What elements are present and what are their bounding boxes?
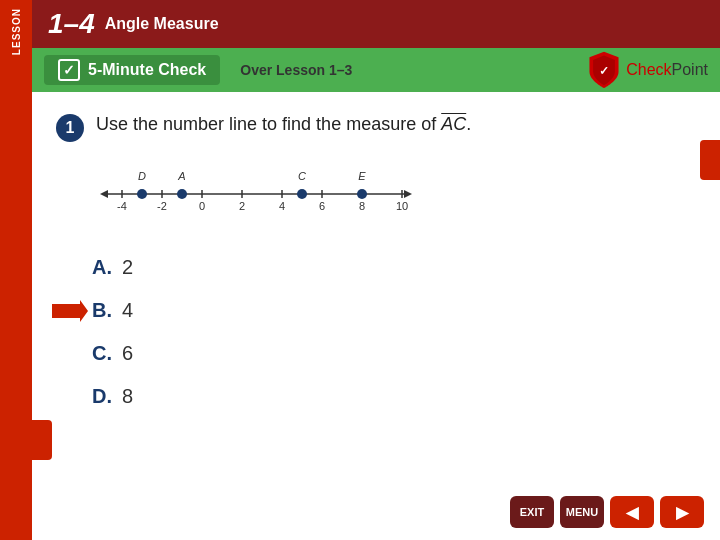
answer-value-b: 4 — [122, 299, 133, 322]
main-content: 1–4 Angle Measure ✓ 5-Minute Check Over … — [32, 0, 720, 540]
header-bar: 1–4 Angle Measure — [32, 0, 720, 48]
answer-letter-a: A. — [92, 256, 122, 279]
question-text-main: Use the number line to find the measure … — [96, 114, 441, 134]
checkbox-icon: ✓ — [58, 59, 80, 81]
answers-area: A. 2 B. 4 C. 6 D. 8 — [32, 236, 720, 428]
svg-text:-4: -4 — [117, 200, 127, 212]
checkpoint-shield-icon: ✓ — [586, 50, 622, 90]
answer-row-d: D. 8 — [92, 375, 660, 418]
answer-letter-d: D. — [92, 385, 122, 408]
lesson-title: Angle Measure — [105, 15, 219, 33]
lesson-label: LESSON — [0, 0, 32, 540]
svg-text:10: 10 — [396, 200, 408, 212]
menu-button[interactable]: MENU — [560, 496, 604, 528]
left-decorative-element — [32, 420, 52, 460]
checkpoint-text: CheckPoint — [626, 61, 708, 79]
svg-text:4: 4 — [279, 200, 285, 212]
svg-point-24 — [297, 189, 307, 199]
svg-text:✓: ✓ — [599, 64, 609, 78]
svg-point-26 — [357, 189, 367, 199]
five-minute-check-bar: ✓ 5-Minute Check Over Lesson 1–3 ✓ Check… — [32, 48, 720, 92]
exit-button[interactable]: EXIT — [510, 496, 554, 528]
svg-text:D: D — [138, 170, 146, 182]
svg-text:6: 6 — [319, 200, 325, 212]
over-lesson-text: Over Lesson 1–3 — [240, 62, 352, 78]
svg-point-22 — [177, 189, 187, 199]
question-area: 1 Use the number line to find the measur… — [32, 92, 720, 236]
left-sidebar: LESSON — [0, 0, 32, 540]
svg-text:C: C — [298, 170, 306, 182]
answer-value-c: 6 — [122, 342, 133, 365]
next-button[interactable]: ▶ — [660, 496, 704, 528]
svg-text:2: 2 — [239, 200, 245, 212]
ac-segment: AC — [441, 114, 466, 134]
question-number-badge: 1 — [56, 114, 84, 142]
lesson-number: 1–4 — [48, 8, 95, 40]
svg-marker-2 — [404, 190, 412, 198]
svg-text:0: 0 — [199, 200, 205, 212]
right-decorative-element — [700, 140, 720, 180]
question-row: 1 Use the number line to find the measur… — [56, 112, 696, 142]
lesson-label-text: LESSON — [11, 8, 22, 55]
svg-text:-2: -2 — [157, 200, 167, 212]
question-period: . — [466, 114, 471, 134]
answer-letter-b: B. — [92, 299, 122, 322]
number-line-svg: -4 -2 0 2 4 6 8 10 — [96, 152, 416, 222]
svg-marker-28 — [52, 300, 88, 322]
answer-row-a: A. 2 — [92, 246, 660, 289]
answer-row-c: C. 6 — [92, 332, 660, 375]
number-line-container: -4 -2 0 2 4 6 8 10 — [96, 152, 416, 226]
answer-row-b: B. 4 — [92, 289, 660, 332]
svg-text:E: E — [358, 170, 366, 182]
answer-letter-c: C. — [92, 342, 122, 365]
selected-arrow-icon — [52, 300, 88, 322]
five-minute-label-block: ✓ 5-Minute Check — [44, 55, 220, 85]
svg-marker-3 — [100, 190, 108, 198]
checkpoint-logo: ✓ CheckPoint — [586, 50, 708, 90]
lesson-title-block: 1–4 Angle Measure — [48, 8, 219, 40]
answer-value-a: 2 — [122, 256, 133, 279]
svg-text:8: 8 — [359, 200, 365, 212]
answer-value-d: 8 — [122, 385, 133, 408]
svg-point-20 — [137, 189, 147, 199]
question-text: Use the number line to find the measure … — [96, 112, 696, 137]
svg-text:A: A — [177, 170, 185, 182]
prev-button[interactable]: ◀ — [610, 496, 654, 528]
five-minute-text: 5-Minute Check — [88, 61, 206, 79]
bottom-nav: EXIT MENU ◀ ▶ — [510, 496, 704, 528]
